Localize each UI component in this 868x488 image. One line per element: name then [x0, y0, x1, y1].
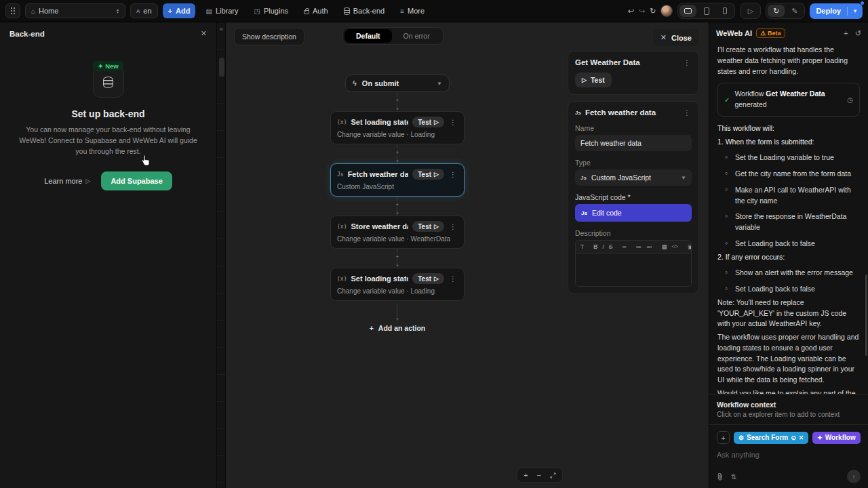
- name-input[interactable]: [575, 135, 692, 151]
- link-icon[interactable]: ∞: [622, 243, 626, 250]
- history-icon[interactable]: ↺: [855, 29, 861, 38]
- js-icon: Js: [575, 110, 581, 116]
- collapse-panel-icon[interactable]: «: [217, 26, 226, 33]
- plugins-button[interactable]: ◳ Plugins: [249, 3, 294, 18]
- deploy-chevron-button[interactable]: ▼: [848, 8, 863, 14]
- auth-button[interactable]: Auth: [298, 3, 334, 18]
- add-step-icon[interactable]: +: [395, 149, 399, 156]
- workflow-will-heading: This workflow will:: [717, 123, 860, 134]
- remove-icon[interactable]: ✕: [799, 434, 804, 441]
- context-chip-workflow[interactable]: ✦ Workflow: [812, 432, 860, 444]
- trigger-node[interactable]: ϟ On submit ▼: [345, 75, 450, 92]
- workflow-generated-card[interactable]: ✓ Workflow Get Weather Data generated ◷: [717, 83, 860, 117]
- avatar[interactable]: [660, 5, 673, 17]
- send-button[interactable]: ↑: [847, 470, 861, 483]
- mouse-cursor: [141, 155, 151, 166]
- media-icon[interactable]: ▣: [688, 243, 692, 250]
- ai-header: WeWeb AI ⚠Beta + ↺: [709, 22, 868, 43]
- ai-chat-body[interactable]: I'll create a workflow that handles the …: [709, 43, 868, 394]
- restore-icon[interactable]: ◷: [847, 95, 853, 105]
- kebab-menu-icon[interactable]: ⋮: [448, 275, 458, 283]
- backend-button[interactable]: Back-end: [338, 3, 390, 18]
- new-chat-icon[interactable]: +: [844, 29, 848, 38]
- ai-scrollbar-thumb[interactable]: [865, 274, 867, 356]
- test-button[interactable]: Test▷: [412, 273, 444, 284]
- ask-anything-input[interactable]: [717, 451, 861, 459]
- kebab-menu-icon[interactable]: ⋮: [682, 109, 692, 117]
- sync-icon[interactable]: ↻: [650, 7, 656, 16]
- test-button[interactable]: Test▷: [412, 169, 444, 180]
- test-button[interactable]: Test▷: [412, 221, 444, 232]
- preview-button[interactable]: ▷: [742, 5, 759, 17]
- undo-icon[interactable]: ↩: [628, 7, 634, 16]
- ai-message-para3: Would you like me to explain any part of…: [717, 388, 860, 394]
- language-button[interactable]: A en: [130, 3, 158, 18]
- close-workflow-button[interactable]: ✕ Close: [653, 29, 699, 46]
- zoom-out-button[interactable]: −: [537, 471, 541, 479]
- beta-badge: ⚠Beta: [756, 28, 785, 38]
- add-button[interactable]: + Add: [163, 3, 196, 18]
- learn-more-link[interactable]: Learn more▷: [44, 177, 90, 185]
- redo-icon[interactable]: ↪: [639, 7, 645, 16]
- more-button[interactable]: ≡ More: [395, 3, 430, 18]
- deploy-button[interactable]: Deploy: [810, 7, 847, 15]
- kebab-menu-icon[interactable]: ⋮: [448, 119, 458, 126]
- context-chip-search-form[interactable]: ⚙ Search Form ⊙ ✕: [734, 432, 808, 444]
- edit-code-button[interactable]: Js Edit code: [575, 204, 692, 222]
- strikethrough-icon[interactable]: S: [609, 243, 613, 250]
- fit-view-icon[interactable]: [550, 472, 556, 479]
- attachment-icon[interactable]: [717, 472, 724, 481]
- device-phone-button[interactable]: [716, 5, 733, 17]
- image-icon[interactable]: ▦: [661, 243, 667, 250]
- device-tablet-button[interactable]: [698, 5, 715, 17]
- add-step-icon[interactable]: +: [395, 253, 399, 260]
- setup-actions: Learn more▷ Add Supabase: [19, 171, 197, 190]
- description-textarea[interactable]: [576, 253, 691, 286]
- add-context-button[interactable]: +: [717, 431, 730, 444]
- zoom-in-button[interactable]: +: [524, 471, 528, 479]
- node-set-loading-false[interactable]: (x) Set loading state to false Test▷ ⋮ C…: [330, 268, 465, 301]
- type-select[interactable]: Js Custom JavaScript ▼: [575, 169, 692, 186]
- add-action-button[interactable]: + Add an action: [370, 324, 426, 332]
- eye-icon[interactable]: ⊙: [791, 434, 796, 441]
- node-set-loading-true[interactable]: (x) Set loading state to true Test▷ ⋮ Ch…: [330, 111, 465, 144]
- tab-default[interactable]: Default: [344, 29, 392, 43]
- italic-icon[interactable]: I: [602, 243, 604, 250]
- add-supabase-button[interactable]: Add Supabase: [101, 171, 172, 190]
- ordered-list-icon[interactable]: ≕: [646, 243, 652, 250]
- workflow-canvas[interactable]: Show description Default On error ✕ Clos…: [226, 22, 709, 488]
- node-fetch-weather-data[interactable]: Js Fetch weather data Test▷ ⋮ Custom Jav…: [330, 163, 465, 197]
- tab-on-error[interactable]: On error: [392, 29, 441, 43]
- variable-icon: (x): [337, 119, 347, 125]
- play-icon: ▷: [434, 171, 439, 178]
- bullet-list-icon[interactable]: ≔: [635, 243, 642, 250]
- workflow-title: Get Weather Data: [575, 58, 678, 66]
- form-element-icon: ⚙: [738, 434, 744, 441]
- bold-icon[interactable]: B: [593, 243, 597, 250]
- strip-scrollbar-thumb[interactable]: [219, 58, 224, 77]
- text-style-icon[interactable]: T: [580, 243, 584, 250]
- topbar-left: ⌂ Home ▲▼ A en + Add ▤ Library ◳ Plugins…: [5, 3, 430, 18]
- variable-icon: (x): [337, 276, 347, 282]
- page-selector[interactable]: ⌂ Home ▲▼: [25, 3, 125, 18]
- kebab-menu-icon[interactable]: ⋮: [682, 59, 692, 66]
- show-description-button[interactable]: Show description: [234, 28, 304, 45]
- kebab-menu-icon[interactable]: ⋮: [448, 223, 458, 230]
- add-step-icon[interactable]: +: [395, 201, 399, 208]
- arrow-down-icon: ▼: [395, 318, 399, 321]
- device-desktop-button[interactable]: [679, 5, 696, 17]
- app-menu-button[interactable]: [5, 3, 20, 18]
- close-icon[interactable]: ✕: [201, 29, 207, 38]
- library-button[interactable]: ▤ Library: [200, 3, 243, 18]
- test-button[interactable]: Test▷: [412, 117, 444, 127]
- edit-mode-button[interactable]: ✎: [786, 5, 803, 17]
- node-store-weather-data[interactable]: (x) Store weather data Test▷ ⋮ Change va…: [330, 216, 465, 249]
- voice-icon[interactable]: ⇅: [731, 473, 736, 481]
- workflow-test-button[interactable]: ▷ Test: [575, 73, 612, 87]
- code-icon[interactable]: </>: [671, 243, 677, 250]
- add-step-icon[interactable]: +: [395, 97, 399, 104]
- kebab-menu-icon[interactable]: ⋮: [448, 171, 458, 178]
- refresh-mode-button[interactable]: ↻: [768, 5, 785, 17]
- library-icon: ▤: [205, 7, 212, 15]
- variable-icon: (x): [337, 224, 347, 230]
